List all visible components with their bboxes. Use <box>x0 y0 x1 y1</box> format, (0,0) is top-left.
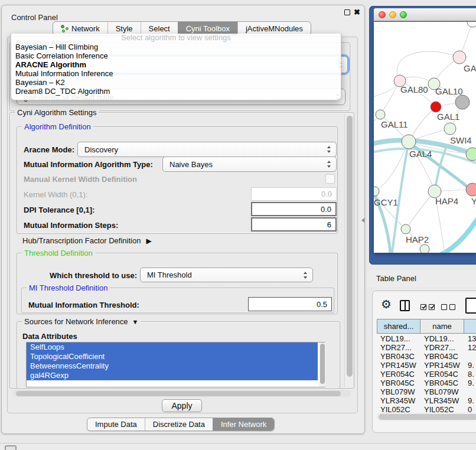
column-header[interactable]: shared... <box>377 319 420 334</box>
cyni-algorithm-settings-label: Cyni Algorithm Settings <box>15 108 99 117</box>
manual-kernel-checkbox[interactable] <box>325 174 335 184</box>
node-label: HAP4 <box>435 196 458 206</box>
node-partial-bottom[interactable] <box>420 244 429 253</box>
node-gal4[interactable] <box>402 135 416 149</box>
table-body: YDL19... YDL19... 13 YDR27... YDR27... 1… <box>377 334 476 413</box>
popup-item[interactable]: Bayesian – K2 <box>11 78 341 87</box>
node-gray[interactable] <box>455 95 470 109</box>
pane-splitter-icon[interactable] <box>361 218 364 223</box>
node-label: GAL10 <box>435 86 463 96</box>
table-row[interactable]: YBR045C YBR045C 9. <box>377 379 476 387</box>
popup-item[interactable]: Mutual Information Inference <box>11 69 341 78</box>
table-row[interactable]: YBL079W YBL079W <box>377 387 476 396</box>
kernel-width-label: Kernel Width (0,1): <box>24 190 87 199</box>
attributes-scrollbar[interactable] <box>319 343 325 387</box>
threshold-definition-label: Threshold Definition <box>22 249 95 257</box>
node-hap2[interactable] <box>401 224 410 234</box>
tab-discretize-data[interactable]: Discretize Data <box>145 418 213 431</box>
node-gal2[interactable] <box>453 51 466 64</box>
window-title: Control Panel <box>11 13 58 22</box>
panel-toggle-icon[interactable] <box>5 445 17 450</box>
apply-button[interactable]: Apply <box>162 399 202 412</box>
table-hscrollbar-thumb[interactable] <box>379 414 476 420</box>
close-traffic-light-icon[interactable] <box>379 11 386 18</box>
close-icon[interactable]: ✖ <box>354 8 360 17</box>
table-row[interactable]: YIL052C YIL052C 0 <box>377 405 476 413</box>
columns-icon[interactable] <box>400 300 410 311</box>
table-row[interactable]: YPR145W YPR145W 9. <box>377 361 476 370</box>
popup-item-selected[interactable]: ARACNE Algorithm <box>11 60 341 69</box>
node-gcy1[interactable] <box>374 187 379 196</box>
algorithm-dropdown-popup: Select algorithm to view settings Bayesi… <box>11 34 341 100</box>
table-horizontal-scrollbar[interactable] <box>377 413 476 421</box>
table-row[interactable]: YDL19... YDL19... 13 <box>377 334 476 343</box>
mi-steps-field[interactable]: 6 <box>251 217 337 231</box>
mi-type-label: Mutual Information Algorithm Type: <box>24 160 153 169</box>
network-graph[interactable]: GAL GAL80 GAL10 GAL1 GAL11 SWI4 GAL4 GCY… <box>374 22 476 253</box>
attribute-item[interactable]: SelfLoops <box>27 343 318 352</box>
node-gal1[interactable] <box>444 123 456 135</box>
node-partial-top[interactable] <box>467 22 476 27</box>
table-panel-title: Table Panel <box>376 274 416 283</box>
which-threshold-combo[interactable]: MI Threshold <box>140 268 313 282</box>
aracne-mode-value: Discovery <box>84 145 118 154</box>
attribute-item[interactable]: BetweennessCentrality <box>27 361 318 371</box>
aracne-mode-combo[interactable]: Discovery <box>77 142 337 157</box>
node-salmon[interactable] <box>466 183 476 196</box>
node-red[interactable] <box>431 102 441 112</box>
node-label: GAL4 <box>409 149 432 159</box>
node-gal11[interactable] <box>376 110 385 119</box>
table-row[interactable]: YLR345W YLR345W 9. <box>377 396 476 405</box>
dpi-tolerance-value: 0.0 <box>321 205 331 214</box>
table-header-row: shared... name A <box>377 319 476 334</box>
column-header[interactable]: name <box>420 319 464 334</box>
attribute-item[interactable]: gal4RGexp <box>27 371 318 380</box>
network-canvas[interactable]: GAL GAL80 GAL10 GAL1 GAL11 SWI4 GAL4 GCY… <box>374 22 476 253</box>
gear-icon[interactable]: ⚙ <box>381 298 392 310</box>
mi-type-combo[interactable]: Naive Bayes <box>162 156 337 172</box>
settings-hscrollbar-thumb[interactable] <box>16 391 341 396</box>
attributes-scrollbar-thumb[interactable] <box>320 344 325 384</box>
popup-item[interactable]: Dream8 DC_TDC Algorithm <box>11 87 341 96</box>
network-window-titlebar[interactable] <box>374 8 476 21</box>
hub-definition-toggle[interactable]: Hub/Transcription Factor Definition ▶ <box>22 236 152 245</box>
unchecked-checkbox-icon[interactable] <box>449 304 455 310</box>
settings-scrollbar-thumb[interactable] <box>347 116 353 377</box>
checked-checkbox-icon[interactable] <box>429 304 435 310</box>
zoom-traffic-light-icon[interactable] <box>400 11 407 18</box>
algorithm-definition-label: Algorithm Definition <box>22 122 93 131</box>
popup-item[interactable]: Bayesian – Hill Climbing <box>11 43 341 51</box>
attribute-item[interactable]: TopologicalCoefficient <box>27 352 318 361</box>
settings-vertical-scrollbar[interactable] <box>344 113 354 387</box>
mi-threshold-value: 0.5 <box>317 300 327 309</box>
document-icon[interactable] <box>465 298 476 314</box>
minimize-traffic-light-icon[interactable] <box>389 11 396 18</box>
mi-type-value: Naive Bayes <box>169 160 213 169</box>
table-row[interactable]: YDR27... YDR27... 12 <box>377 343 476 352</box>
table-row[interactable]: YER054C YER054C 8. <box>377 370 476 379</box>
expanded-arrow-icon: ▼ <box>132 318 139 325</box>
data-attributes-list[interactable]: SelfLoops TopologicalCoefficient Between… <box>26 342 325 387</box>
settings-horizontal-scrollbar[interactable] <box>13 390 351 397</box>
collapsed-arrow-icon: ▶ <box>146 237 151 245</box>
tab-impute-data[interactable]: Impute Data <box>87 418 145 431</box>
kernel-width-field[interactable]: 0.0 <box>251 187 337 201</box>
unchecked-checkbox-icon[interactable] <box>441 304 447 310</box>
node-label: HAP2 <box>406 234 429 244</box>
sources-toggle[interactable]: Sources for Network Inference ▼ <box>22 317 141 326</box>
popup-item[interactable]: Basic Correlation Inference <box>11 51 341 60</box>
tab-network[interactable]: Network <box>53 22 107 35</box>
checked-checkbox-icon[interactable] <box>420 304 426 310</box>
node-label: GCY1 <box>374 197 398 207</box>
mi-threshold-definition-label: MI Threshold Definition <box>27 283 110 292</box>
tab-infer-network[interactable]: Infer Network <box>213 418 274 431</box>
node-swi4[interactable] <box>466 148 476 161</box>
dpi-tolerance-field[interactable]: 0.0 <box>251 202 337 216</box>
data-attributes-label: Data Attributes <box>22 332 77 341</box>
aracne-mode-label: Aracne Mode: <box>24 145 74 154</box>
restore-icon[interactable] <box>344 9 350 15</box>
tab-jactivemnodules[interactable]: jActiveMNodules <box>237 22 311 35</box>
column-header[interactable]: A <box>464 319 476 334</box>
table-row[interactable]: YBR043C YBR043C <box>377 352 476 361</box>
mi-threshold-field[interactable]: 0.5 <box>248 297 332 311</box>
